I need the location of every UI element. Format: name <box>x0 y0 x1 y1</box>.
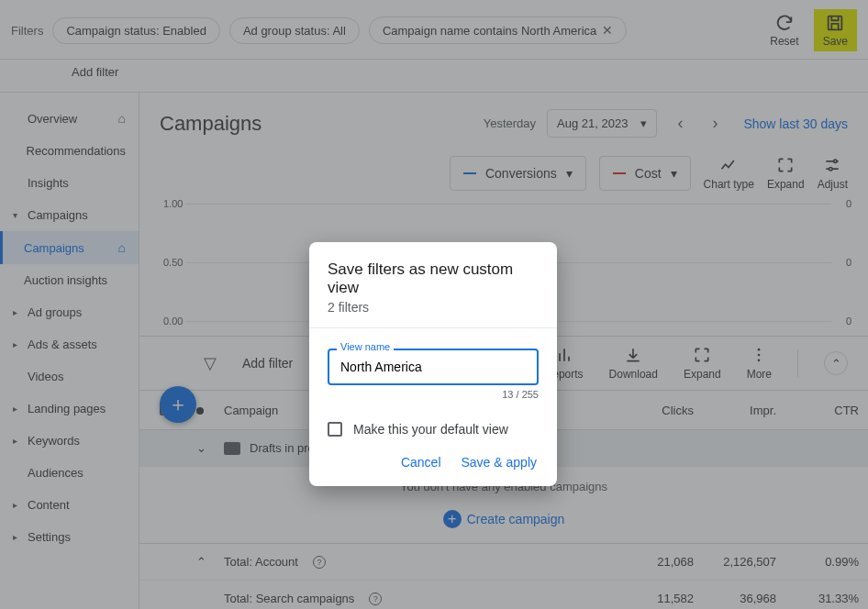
view-name-label: View name <box>337 341 394 352</box>
char-counter: 13 / 255 <box>328 389 539 400</box>
save-apply-button[interactable]: Save & apply <box>462 455 538 470</box>
default-view-checkbox[interactable] <box>328 422 342 437</box>
modal-title: Save filters as new custom view <box>328 260 539 297</box>
view-name-input[interactable] <box>328 349 539 385</box>
default-view-label: Make this your default view <box>353 422 508 437</box>
modal-subtitle: 2 filters <box>328 300 539 315</box>
save-view-modal: Save filters as new custom view 2 filter… <box>309 242 557 486</box>
cancel-button[interactable]: Cancel <box>401 455 441 470</box>
